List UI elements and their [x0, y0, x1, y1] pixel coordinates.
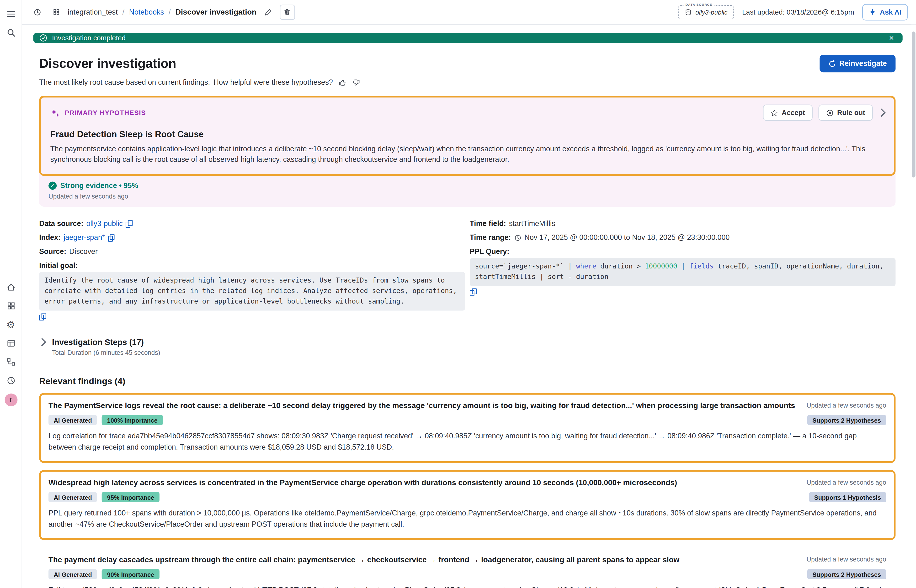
star-icon: [770, 109, 778, 116]
data-source-label: Data source:: [39, 220, 83, 228]
feedback-prompt: How helpful were these hypotheses?: [214, 78, 333, 86]
initial-goal-code: Identify the root cause of widespread hi…: [39, 272, 465, 310]
copy-icon[interactable]: [39, 313, 45, 320]
copy-icon[interactable]: [108, 234, 114, 241]
reinvestigate-button[interactable]: Reinvestigate: [819, 55, 896, 72]
gear-icon[interactable]: ⚙: [2, 315, 19, 334]
apps-icon[interactable]: [2, 297, 19, 315]
initial-goal-label: Initial goal:: [39, 262, 78, 270]
time-range-value: Nov 17, 2025 @ 00:00:00.000 to Nov 18, 2…: [524, 234, 730, 242]
finding-updated: Updated a few seconds ago: [807, 554, 886, 565]
supports-badge: Supports 2 Hypotheses: [807, 569, 886, 580]
supports-badge: Supports 2 Hypotheses: [807, 415, 886, 425]
breadcrumb-separator: /: [122, 8, 125, 16]
ppl-number: 10000000: [645, 262, 677, 270]
ai-generated-badge: AI Generated: [49, 415, 97, 425]
history-icon[interactable]: [30, 5, 44, 19]
evidence-check-icon: [49, 182, 57, 190]
finding-body: Log correlation for trace ada7bb45e94b04…: [49, 431, 886, 453]
trash-icon[interactable]: [280, 4, 295, 19]
importance-badge: 90% Importance: [102, 569, 160, 580]
ai-sparkle-icon: [50, 108, 60, 117]
header-right-cluster: DATA SOURCE olly3-public Last updated: 0…: [678, 4, 908, 20]
database-icon: [685, 8, 692, 15]
breadcrumb-separator: /: [168, 8, 171, 16]
copy-icon[interactable]: [470, 288, 476, 296]
user-avatar[interactable]: t: [4, 394, 17, 406]
chevron-right-icon[interactable]: [877, 108, 886, 117]
recent-icon[interactable]: [2, 371, 19, 390]
page-content: Discover investigation Reinvestigate The…: [39, 43, 895, 588]
importance-badge: 100% Importance: [102, 415, 163, 425]
last-updated-text: Last updated: 03/18/2026@ 6:15pm: [742, 8, 854, 16]
banner-text: Investigation completed: [52, 34, 126, 42]
investigation-steps-title: Investigation Steps (17): [52, 337, 144, 347]
edit-pencil-icon[interactable]: [261, 5, 275, 19]
finding-title: Widespread high latency across services …: [49, 478, 797, 488]
page-subtitle: The most likely root cause based on curr…: [39, 78, 210, 86]
finding-updated: Updated a few seconds ago: [807, 478, 886, 488]
check-circle-icon: [39, 34, 47, 42]
data-source-badge-value: olly3-public: [695, 8, 728, 15]
source-label: Source:: [39, 248, 66, 256]
page-title: Discover investigation: [39, 56, 176, 71]
home-icon[interactable]: [2, 278, 19, 297]
investigation-steps-toggle[interactable]: Investigation Steps (17): [39, 337, 895, 347]
hypothesis-body: The paymentservice contains application-…: [50, 144, 884, 165]
chevron-right-icon: [38, 338, 46, 346]
index-link[interactable]: jaeger-span*: [63, 234, 105, 242]
circle-x-icon: [826, 109, 833, 116]
vertical-scrollbar[interactable]: [911, 24, 916, 588]
top-header: integration_test / Notebooks / Discover …: [22, 0, 916, 24]
ppl-query-label: PPL Query:: [470, 248, 509, 256]
finding-title: The payment delay cascades upstream thro…: [49, 554, 797, 565]
ask-ai-button[interactable]: Ask AI: [862, 4, 908, 20]
reinvestigate-label: Reinvestigate: [839, 60, 887, 68]
time-field-label: Time field:: [470, 220, 506, 228]
metadata-section: Data source: olly3-public Index: jaeger-…: [39, 220, 895, 322]
finding-card: The PaymentService logs reveal the root …: [39, 393, 895, 463]
left-nav: ⚙ t: [0, 0, 22, 588]
time-field-value: startTimeMillis: [509, 220, 555, 228]
rule-out-label: Rule out: [837, 108, 865, 117]
investigation-steps: Investigation Steps (17) Total Duration …: [39, 337, 895, 356]
index-label: Index:: [39, 234, 61, 242]
breadcrumb-current: Discover investigation: [175, 8, 256, 16]
board-icon[interactable]: [2, 334, 19, 352]
app-root: ⚙ t: [0, 0, 916, 588]
thumbs-up-icon[interactable]: [338, 79, 346, 86]
primary-hypothesis-panel: PRIMARY HYPOTHESIS Accept: [39, 96, 895, 207]
breadcrumb-project[interactable]: integration_test: [68, 8, 118, 16]
source-value: Discover: [69, 248, 98, 256]
data-source-link[interactable]: olly3-public: [86, 220, 123, 228]
flow-icon[interactable]: [2, 353, 19, 371]
accept-button[interactable]: Accept: [763, 105, 812, 121]
ai-generated-badge: AI Generated: [49, 569, 97, 580]
time-range-label: Time range:: [470, 234, 511, 242]
close-icon[interactable]: [886, 33, 897, 43]
clock-icon: [514, 234, 521, 241]
findings-section: Relevant findings (4) The PaymentService…: [39, 376, 895, 588]
ppl-query-code: source=`jaeger-span-*` | where duration …: [470, 258, 895, 286]
rule-out-button[interactable]: Rule out: [818, 105, 873, 121]
supports-badge: Supports 1 Hypothesis: [809, 492, 886, 502]
finding-updated: Updated a few seconds ago: [807, 400, 886, 410]
search-icon[interactable]: [2, 23, 19, 42]
menu-icon[interactable]: [2, 5, 19, 23]
scrollbar-thumb[interactable]: [912, 31, 916, 178]
primary-hypothesis-label: PRIMARY HYPOTHESIS: [65, 109, 146, 116]
accept-label: Accept: [782, 108, 805, 117]
finding-card: Widespread high latency across services …: [39, 470, 895, 540]
copy-icon[interactable]: [126, 220, 132, 228]
breadcrumb-notebooks[interactable]: Notebooks: [129, 8, 164, 16]
primary-hypothesis-card: PRIMARY HYPOTHESIS Accept: [39, 96, 895, 176]
evidence-row: Strong evidence • 95%: [49, 182, 886, 190]
success-banner: Investigation completed: [33, 33, 902, 43]
notebook-app-icon: [49, 5, 63, 19]
evidence-text: Strong evidence • 95%: [60, 182, 138, 190]
data-source-badge[interactable]: DATA SOURCE olly3-public: [678, 5, 734, 19]
finding-body: PPL query returned 100+ spans with durat…: [49, 508, 886, 530]
thumbs-down-icon[interactable]: [352, 79, 360, 86]
ask-ai-label: Ask AI: [880, 8, 901, 16]
investigation-steps-duration: Total Duration (6 minutes 45 seconds): [52, 349, 896, 356]
